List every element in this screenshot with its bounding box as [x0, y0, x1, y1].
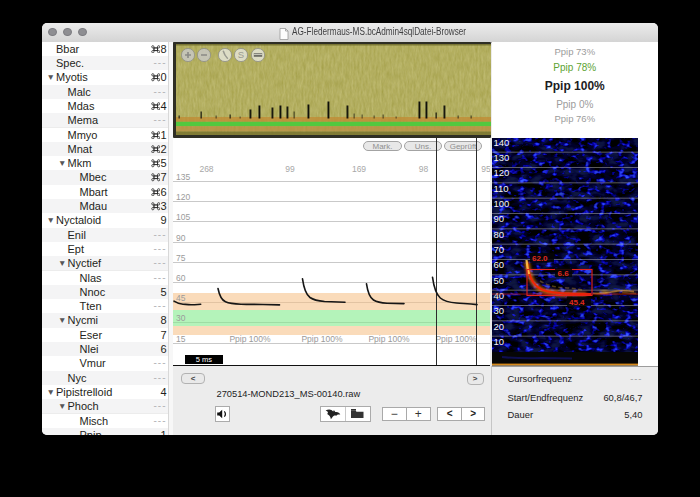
svg-text:60: 60 [494, 259, 505, 270]
svg-text:110: 110 [494, 183, 509, 194]
svg-text:20: 20 [494, 321, 505, 332]
svg-text:90: 90 [494, 213, 505, 224]
svg-text:140: 140 [494, 138, 510, 148]
svg-text:10: 10 [494, 336, 505, 347]
svg-text:120: 120 [494, 167, 510, 178]
svg-text:80: 80 [494, 229, 505, 240]
svg-text:S: S [238, 49, 244, 60]
svg-text:130: 130 [494, 152, 510, 163]
svg-text:70: 70 [494, 244, 505, 255]
svg-text:50: 50 [494, 275, 505, 286]
svg-text:62.0: 62.0 [532, 254, 548, 263]
svg-text:40: 40 [494, 290, 505, 301]
svg-text:100: 100 [494, 198, 510, 209]
svg-text:6.6: 6.6 [558, 269, 570, 278]
svg-text:45.4: 45.4 [569, 298, 585, 307]
svg-text:30: 30 [494, 305, 505, 316]
